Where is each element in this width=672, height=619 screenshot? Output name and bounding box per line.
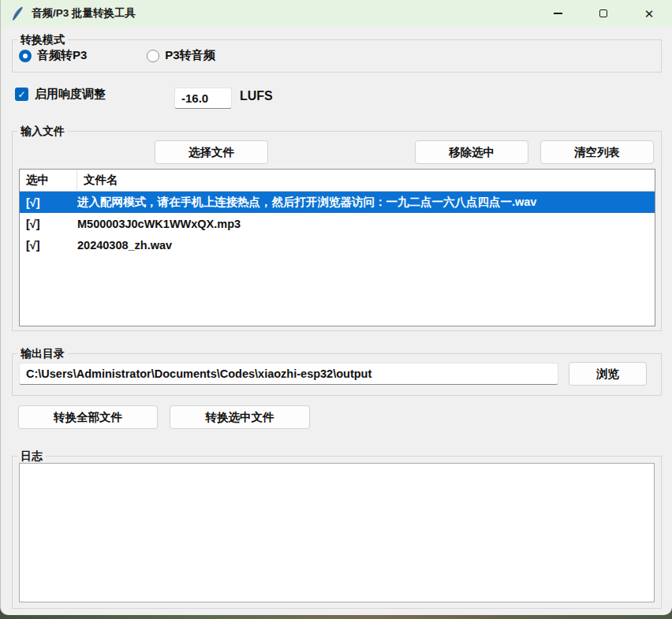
conversion-mode-label: 转换模式 [17,32,68,47]
minimize-icon [554,13,562,14]
log-label: 日志 [17,449,46,464]
maximize-button[interactable] [581,0,626,27]
tk-feather-icon [11,6,24,21]
titlebar: 音频/P3 批量转换工具 ✕ [1,0,672,27]
output-directory-group: 输出目录 浏览 [12,353,662,396]
minimize-button[interactable] [535,0,581,27]
convert-all-button[interactable]: 转换全部文件 [18,405,158,429]
row-filename-cell: M500003J0cWK1WWxQX.mp3 [77,218,655,230]
radio-audio-to-p3-label: 音频转P3 [37,48,87,63]
radio-unselected-icon [147,50,159,62]
row-filename-cell: 进入配网模式，请在手机上连接热点，然后打开浏览器访问：一九二点一六八点四点一.w… [77,195,655,210]
convert-selected-button[interactable]: 转换选中文件 [170,405,310,429]
input-files-group: 输入文件 选择文件 移除选中 清空列表 选中 文件名 [√] 进入配网模式，请在… [12,131,662,331]
row-filename-cell: 20240308_zh.wav [77,239,655,252]
window-title: 音频/P3 批量转换工具 [32,6,136,21]
table-row[interactable]: [√] 进入配网模式，请在手机上连接热点，然后打开浏览器访问：一九二点一六八点四… [20,192,655,213]
radio-p3-to-audio-label: P3转音频 [165,48,215,63]
lufs-unit-label: LUFS [240,89,273,103]
clear-list-button[interactable]: 清空列表 [540,140,654,164]
close-button[interactable]: ✕ [626,0,672,27]
table-row[interactable]: [√] M500003J0cWK1WWxQX.mp3 [20,213,655,234]
radio-p3-to-audio[interactable]: P3转音频 [147,48,215,63]
header-checked-column[interactable]: 选中 [20,170,77,191]
table-row[interactable]: [√] 20240308_zh.wav [20,234,655,255]
radio-selected-icon [19,50,32,62]
table-header-row: 选中 文件名 [20,170,655,192]
radio-audio-to-p3[interactable]: 音频转P3 [19,48,87,63]
log-textarea[interactable] [19,463,655,602]
output-path-input[interactable] [19,363,558,385]
app-window: 音频/P3 批量转换工具 ✕ 转换模式 音频转P3 P3转音频 ✓ 启用响度调整… [0,0,672,615]
checkbox-checked-icon: ✓ [15,88,28,101]
browse-button[interactable]: 浏览 [569,362,647,386]
close-icon: ✕ [644,8,655,20]
loudness-checkbox[interactable]: ✓ 启用响度调整 [15,87,106,102]
loudness-checkbox-label: 启用响度调整 [35,87,106,102]
file-list-table: 选中 文件名 [√] 进入配网模式，请在手机上连接热点，然后打开浏览器访问：一九… [19,169,655,326]
header-filename-column[interactable]: 文件名 [77,170,655,191]
row-check-cell: [√] [20,218,77,230]
conversion-mode-group: 转换模式 音频转P3 P3转音频 [12,39,662,73]
remove-selected-button[interactable]: 移除选中 [415,140,528,164]
maximize-icon [599,9,607,17]
row-check-cell: [√] [20,196,77,209]
select-files-button[interactable]: 选择文件 [155,140,268,164]
log-group: 日志 [12,456,662,609]
input-files-label: 输入文件 [17,124,68,139]
row-check-cell: [√] [20,239,77,252]
output-directory-label: 输出目录 [17,346,68,361]
lufs-value-input[interactable] [174,88,232,109]
